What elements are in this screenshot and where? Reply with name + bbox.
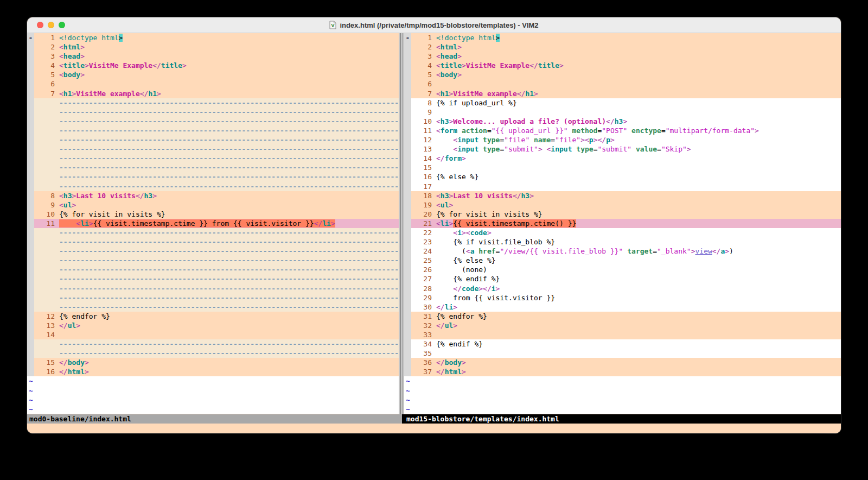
code-line[interactable]: 2<html> xyxy=(404,42,841,52)
code-line[interactable]: 8{% if upload_url %} xyxy=(404,98,841,108)
line-text: ----------------------------------------… xyxy=(59,265,399,274)
code-line[interactable]: 32</ul> xyxy=(404,321,841,330)
code-line[interactable]: 25 {% else %} xyxy=(404,256,841,265)
code-line[interactable]: 24 (<a href="/view/{{ visit.file_blob }}… xyxy=(404,247,841,256)
code-line[interactable]: 5<body> xyxy=(404,70,841,79)
vertical-split-separator[interactable] xyxy=(399,33,404,414)
syntax-run: Last 10 visits xyxy=(76,192,136,200)
code-line[interactable]: 15 xyxy=(404,163,841,172)
syntax-run: > xyxy=(462,358,466,367)
code-line[interactable]: 31{% endfor %} xyxy=(404,312,841,321)
code-line[interactable]: 35 xyxy=(404,349,841,358)
code-line[interactable]: 20{% for visit in visits %} xyxy=(404,210,841,219)
code-line[interactable]: 10<h3>Welcome... upload a file? (optiona… xyxy=(404,117,841,126)
fold-column-cell xyxy=(27,302,34,312)
code-line[interactable]: 33 xyxy=(404,330,841,339)
code-line[interactable]: 4<title>VisitMe Example</title> xyxy=(27,61,399,70)
syntax-run: "/view/{{ visit.file_blob }}" xyxy=(500,247,623,255)
code-line[interactable]: 11 <li>{{ visit.timestamp.ctime }} from … xyxy=(27,219,399,228)
window-titlebar[interactable]: V index.html (/private/tmp/mod15-blobsto… xyxy=(27,17,841,33)
code-line[interactable]: 12 <input type="file" name="file"><p></p… xyxy=(404,135,841,144)
syntax-run: = xyxy=(551,136,555,144)
fold-column-cell xyxy=(27,126,34,135)
code-line[interactable]: 13</ul> xyxy=(27,321,399,330)
close-button[interactable] xyxy=(37,22,43,28)
code-line[interactable]: 30</li> xyxy=(404,302,841,312)
code-line[interactable]: 6 xyxy=(404,79,841,89)
pane-left-buffer[interactable]: -1<!doctype html> 2<html> 3<head> 4<titl… xyxy=(27,33,399,414)
syntax-run: > xyxy=(487,229,492,237)
syntax-run: > xyxy=(457,71,462,79)
code-line[interactable]: 3<head> xyxy=(404,52,841,61)
code-line[interactable]: 8<h3>Last 10 visits</h3> xyxy=(27,191,399,200)
line-number: 6 xyxy=(34,79,59,89)
code-line[interactable]: 22 <i><code> xyxy=(404,228,841,237)
line-number: 2 xyxy=(411,42,436,52)
syntax-run: "file" xyxy=(555,136,580,144)
zoom-button[interactable] xyxy=(59,22,65,28)
code-line[interactable]: 37</html> xyxy=(404,367,841,376)
code-line[interactable]: 9<ul> xyxy=(27,200,399,210)
syntax-run: li xyxy=(445,303,454,311)
line-number: 17 xyxy=(411,182,436,191)
code-line[interactable]: 7<h1>VisitMe example</h1> xyxy=(27,89,399,98)
code-line[interactable]: 14 xyxy=(27,330,399,339)
fold-column-cell xyxy=(404,330,411,339)
line-number: 9 xyxy=(411,108,436,117)
code-line[interactable]: 16</html> xyxy=(27,367,399,376)
statusline-left[interactable]: mod0-baseline/index.html xyxy=(27,414,402,424)
line-number: 6 xyxy=(411,79,436,89)
code-line[interactable]: 2<html> xyxy=(27,42,399,52)
syntax-run: > xyxy=(89,219,93,228)
fold-column-cell xyxy=(27,191,34,200)
code-line[interactable]: 3<head> xyxy=(27,52,399,61)
code-line[interactable]: 17 xyxy=(404,182,841,191)
syntax-run: > xyxy=(80,71,85,79)
code-line[interactable]: -1<!doctype html> xyxy=(27,33,399,42)
line-number xyxy=(34,163,59,172)
code-line[interactable]: -1<!doctype html> xyxy=(404,33,841,42)
code-line[interactable]: 5<body> xyxy=(27,70,399,79)
syntax-run: type xyxy=(483,145,500,153)
fold-column-cell xyxy=(27,265,34,274)
minimize-button[interactable] xyxy=(48,22,54,28)
diff-filler-line: ----------------------------------------… xyxy=(27,117,399,126)
statusline-right[interactable]: mod15-blobstore/templates/index.html xyxy=(402,414,841,424)
line-number: 11 xyxy=(411,126,436,135)
code-line[interactable]: 15</body> xyxy=(27,358,399,367)
code-line[interactable]: 29 from {{ visit.visitor }} xyxy=(404,293,841,302)
fold-column-cell xyxy=(404,79,411,89)
line-text: </form> xyxy=(436,154,841,163)
code-line[interactable]: 4<title>VisitMe Example</title> xyxy=(404,61,841,70)
syntax-run: > xyxy=(462,229,466,237)
code-line[interactable]: 26 (none) xyxy=(404,265,841,274)
syntax-run: > xyxy=(453,321,457,330)
code-line[interactable]: 16{% else %} xyxy=(404,172,841,181)
code-line[interactable]: 21<li>{{ visit.timestamp.ctime() }} xyxy=(404,219,841,228)
code-line[interactable]: 12{% endfor %} xyxy=(27,312,399,321)
code-line[interactable]: 23 {% if visit.file_blob %} xyxy=(404,237,841,247)
syntax-run: Last 10 visits xyxy=(453,192,513,200)
code-line[interactable]: 6 xyxy=(27,79,399,89)
code-line[interactable]: 27 {% endif %} xyxy=(404,274,841,283)
line-number xyxy=(34,172,59,181)
code-line[interactable]: 11<form action="{{ upload_url }}" method… xyxy=(404,126,841,135)
fold-column-cell xyxy=(404,172,411,181)
line-text: <!doctype html> xyxy=(436,33,841,42)
syntax-run: h3 xyxy=(63,192,72,200)
code-line[interactable]: 14</form> xyxy=(404,154,841,163)
code-line[interactable]: 9 xyxy=(404,108,841,117)
syntax-run: </ xyxy=(483,285,492,293)
code-line[interactable]: 36</body> xyxy=(404,358,841,367)
pane-right-buffer[interactable]: -1<!doctype html> 2<html> 3<head> 4<titl… xyxy=(404,33,841,414)
diff-filler-line: ----------------------------------------… xyxy=(27,265,399,274)
code-line[interactable]: 28 </code></i> xyxy=(404,284,841,293)
line-text: </ul> xyxy=(59,321,399,330)
code-line[interactable]: 19<ul> xyxy=(404,200,841,210)
code-line[interactable]: 7<h1>VisitMe example</h1> xyxy=(404,89,841,98)
syntax-run: > xyxy=(449,201,453,209)
code-line[interactable]: 10{% for visit in visits %} xyxy=(27,210,399,219)
code-line[interactable]: 18<h3>Last 10 visits</h3> xyxy=(404,191,841,200)
code-line[interactable]: 13 <input type="submit"> <input type="su… xyxy=(404,144,841,154)
code-line[interactable]: 34{% endif %} xyxy=(404,339,841,349)
